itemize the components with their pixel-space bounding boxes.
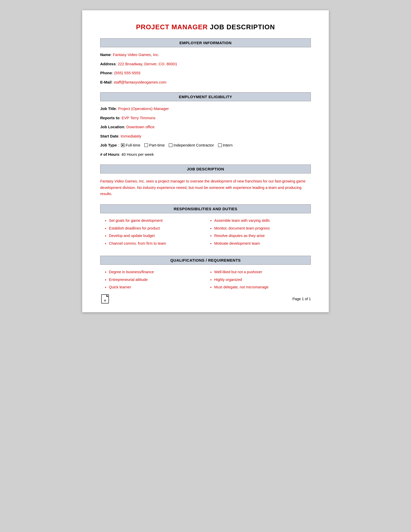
responsibilities-header: RESPONSIBILITIES AND DUTIES bbox=[100, 204, 311, 213]
title-red-part: PROJECT MANAGER bbox=[136, 23, 208, 31]
responsibilities-left-col: Set goals for game development Establish… bbox=[100, 218, 206, 249]
job-title-value: Project (Operations) Manager bbox=[118, 106, 169, 111]
checkbox-fulltime: Full-time bbox=[121, 142, 141, 148]
phone-line: Phone: (555) 555-5555 bbox=[100, 70, 311, 76]
employment-eligibility-content: Job Title: Project (Operations) Manager … bbox=[100, 106, 311, 157]
qualifications-right-col: Well-liked but not a pushover Highly org… bbox=[206, 269, 311, 292]
title-black-part: JOB DESCRIPTION bbox=[208, 23, 275, 31]
list-item: Monitor, document team progress bbox=[214, 226, 311, 231]
reports-to-value: EVP Terry Timmons bbox=[122, 116, 155, 120]
job-location-value: Downtown office bbox=[126, 125, 155, 129]
list-item: Develop and update budget bbox=[109, 233, 206, 239]
checkbox-contractor-box bbox=[169, 143, 172, 147]
checkbox-parttime: Part-time bbox=[144, 142, 165, 148]
employment-eligibility-section: EMPLOYMENT ELIGIBILITY Job Title: Projec… bbox=[100, 92, 311, 157]
reports-to-line: Reports to: EVP Terry Timmons bbox=[100, 115, 311, 121]
document-icon: e bbox=[100, 293, 110, 305]
list-item: Establish deadlines for product bbox=[109, 226, 206, 231]
list-item: Degree in business/finance bbox=[109, 269, 206, 275]
responsibilities-section: RESPONSIBILITIES AND DUTIES Set goals fo… bbox=[100, 204, 311, 249]
qualifications-right-list: Well-liked but not a pushover Highly org… bbox=[208, 269, 311, 290]
email-value: staff@fantasyvideogames.com bbox=[114, 80, 166, 84]
hours-value: 40 Hours per week bbox=[122, 152, 154, 157]
employment-eligibility-header: EMPLOYMENT ELIGIBILITY bbox=[100, 92, 311, 101]
qualifications-left-list: Degree in business/finance Entrepreneuri… bbox=[103, 269, 206, 290]
responsibilities-right-col: Assemble team with varying skills Monito… bbox=[206, 218, 311, 249]
checkbox-intern-label: Intern bbox=[223, 142, 232, 148]
name-value: Fantasy Video Games, Inc. bbox=[113, 52, 159, 57]
address-value: 222 Broadway, Denver, CO. 80001 bbox=[118, 62, 177, 66]
qualifications-section: QUALIFICATIONS / REQUIREMENTS Degree in … bbox=[100, 256, 311, 292]
page-footer: e Page 1 of 1 bbox=[100, 293, 311, 305]
qualifications-header: QUALIFICATIONS / REQUIREMENTS bbox=[100, 256, 311, 265]
name-line: Name: Fantasy Video Games, Inc. bbox=[100, 52, 311, 58]
job-location-label: Job Location bbox=[100, 125, 124, 129]
checkbox-fulltime-box bbox=[121, 143, 125, 147]
page-title: PROJECT MANAGER JOB DESCRIPTION bbox=[100, 23, 311, 31]
checkbox-fulltime-label: Full-time bbox=[126, 142, 141, 148]
job-description-section: JOB DESCRIPTION Fantasy Video Games, Inc… bbox=[100, 164, 311, 197]
start-date-line: Start Date: Immediately bbox=[100, 133, 311, 139]
address-label: Address bbox=[100, 62, 116, 66]
responsibilities-left-list: Set goals for game development Establish… bbox=[103, 218, 206, 246]
job-type-line: Job Type: Full-time Part-time Independen… bbox=[100, 142, 311, 148]
email-line: E-Mail: staff@fantasyvideogames.com bbox=[100, 79, 311, 85]
employer-info-section: EMPLOYER INFORMATION Name: Fantasy Video… bbox=[100, 38, 311, 85]
checkbox-parttime-label: Part-time bbox=[149, 142, 165, 148]
checkbox-intern-box bbox=[218, 143, 222, 147]
list-item: Must delegate, not micromanage bbox=[214, 285, 311, 290]
checkbox-contractor: Independent Contractor bbox=[169, 142, 214, 148]
checkbox-intern: Intern bbox=[218, 142, 232, 148]
list-item: Entrepreneurial attitude bbox=[109, 277, 206, 283]
job-description-header: JOB DESCRIPTION bbox=[100, 164, 311, 173]
list-item: Resolve disputes as they arise bbox=[214, 233, 311, 239]
list-item: Motivate development team bbox=[214, 241, 311, 246]
job-title-line: Job Title: Project (Operations) Manager bbox=[100, 106, 311, 112]
hours-label: # of Hours bbox=[100, 152, 119, 157]
list-item: Channel comms. from firm to team bbox=[109, 241, 206, 246]
list-item: Assemble team with varying skills bbox=[214, 218, 311, 224]
responsibilities-right-list: Assemble team with varying skills Monito… bbox=[208, 218, 311, 246]
reports-to-label: Reports to bbox=[100, 116, 119, 120]
phone-value: (555) 555-5555 bbox=[114, 71, 141, 75]
employer-info-content: Name: Fantasy Video Games, Inc. Address:… bbox=[100, 52, 311, 85]
qualifications-lists: Degree in business/finance Entrepreneuri… bbox=[100, 269, 311, 292]
address-line: Address: 222 Broadway, Denver, CO. 80001 bbox=[100, 61, 311, 67]
name-label: Name bbox=[100, 52, 111, 57]
list-item: Well-liked but not a pushover bbox=[214, 269, 311, 275]
list-item: Quick learner bbox=[109, 285, 206, 290]
doc-icon-letter: e bbox=[104, 298, 106, 302]
employer-info-header: EMPLOYER INFORMATION bbox=[100, 38, 311, 47]
job-description-text: Fantasy Video Games, Inc. sees a project… bbox=[100, 178, 311, 197]
checkbox-parttime-box bbox=[144, 143, 148, 147]
document-page: PROJECT MANAGER JOB DESCRIPTION EMPLOYER… bbox=[82, 10, 329, 312]
job-type-label: Job Type bbox=[100, 142, 117, 148]
start-date-value: Immediately bbox=[120, 134, 141, 138]
qualifications-left-col: Degree in business/finance Entrepreneuri… bbox=[100, 269, 206, 292]
checkbox-contractor-label: Independent Contractor bbox=[173, 142, 214, 148]
responsibilities-lists: Set goals for game development Establish… bbox=[100, 218, 311, 249]
page-number: Page 1 of 1 bbox=[292, 297, 311, 301]
list-item: Highly organized bbox=[214, 277, 311, 283]
start-date-label: Start Date bbox=[100, 134, 118, 138]
phone-label: Phone bbox=[100, 71, 112, 75]
job-title-label: Job Title bbox=[100, 106, 116, 111]
doc-icon-shape: e bbox=[101, 294, 109, 304]
email-label: E-Mail bbox=[100, 80, 111, 84]
job-location-line: Job Location: Downtown office bbox=[100, 124, 311, 130]
list-item: Set goals for game development bbox=[109, 218, 206, 224]
hours-line: # of Hours: 40 Hours per week bbox=[100, 152, 311, 158]
